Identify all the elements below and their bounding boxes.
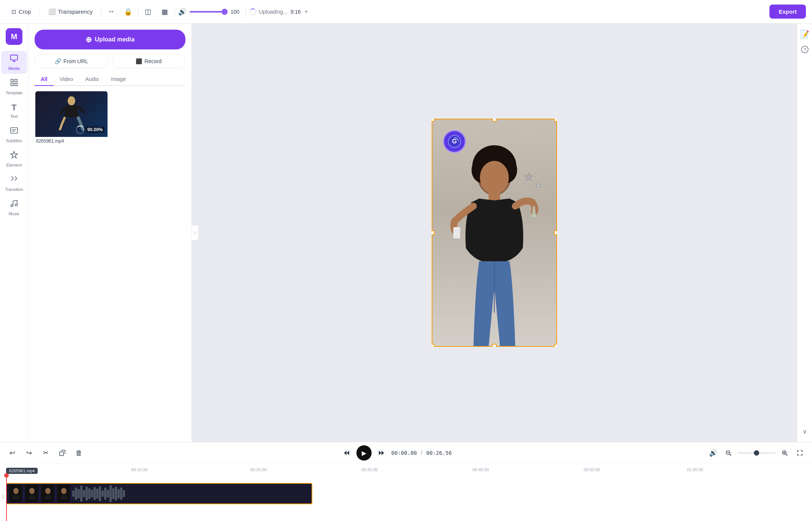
star-svg-1 (523, 172, 534, 183)
sidebar-item-subtitles-label: Subtitles (6, 138, 22, 143)
media-grid: 90.00% 6265961.mp4 (35, 91, 185, 146)
skip-fwd-button[interactable] (375, 447, 388, 459)
element-icon (10, 151, 18, 161)
fullscreen-icon (797, 450, 803, 456)
video-track-clip[interactable] (6, 483, 312, 504)
crop-button[interactable]: ⊡ Crop (6, 5, 36, 18)
expand-button[interactable]: ∨ (799, 425, 811, 437)
media-icon (10, 54, 18, 65)
volume-icon: 🔊 (178, 8, 187, 16)
help-icon: ? (801, 46, 809, 53)
svg-rect-2 (15, 79, 17, 82)
from-url-button[interactable]: 🔗 From URL (35, 54, 108, 68)
progress-spinner (76, 125, 84, 134)
upload-plus-icon: ⊕ (85, 35, 92, 44)
main-content: M Media Template T Text (0, 24, 812, 442)
waveform-bar (112, 488, 114, 499)
sidebar-item-transition[interactable]: Transition (1, 172, 27, 195)
svg-rect-1 (11, 79, 13, 82)
play-button[interactable]: ▶ (356, 445, 372, 461)
volume-slider[interactable] (190, 11, 228, 13)
ruler-mark-6: 01:00.00 (687, 467, 703, 472)
sidebar-item-text[interactable]: T Text (1, 100, 27, 122)
redo-button[interactable]: ↪ (23, 447, 35, 459)
sidebar-item-element-label: Element (6, 163, 22, 167)
notes-button[interactable]: 📝 (799, 28, 811, 40)
secondary-buttons: 🔗 From URL ⬛ Record (35, 54, 185, 68)
upload-spinner (249, 8, 256, 15)
sidebar-item-template[interactable]: Template (1, 75, 27, 98)
tab-video[interactable]: Video (54, 73, 79, 86)
export-button[interactable]: Export (769, 5, 806, 19)
ruler-mark-3: 00:30.00 (361, 467, 378, 472)
sidebar-item-media[interactable]: Media (1, 51, 27, 74)
cut-button[interactable]: ✂ (40, 447, 52, 459)
time-dropdown-arrow[interactable]: ▼ (304, 9, 309, 14)
sidebar-item-element[interactable]: Element (1, 148, 27, 170)
coin-svg: G (448, 135, 461, 148)
track-chip-inner (7, 484, 127, 504)
total-time: 00:26.56 (426, 450, 452, 456)
canvas-area: ‹ (192, 24, 797, 442)
volume-toggle-button[interactable]: 🔊 (707, 447, 719, 459)
flip-vertical-button[interactable]: 🔒 (121, 5, 135, 19)
collapse-panel-button[interactable]: ‹ (192, 225, 199, 240)
from-url-label: From URL (63, 58, 88, 64)
help-button[interactable]: ? (799, 43, 811, 56)
svg-rect-0 (11, 55, 17, 60)
svg-line-28 (730, 454, 731, 456)
svg-rect-5 (11, 128, 17, 133)
current-time: 00:00.00 (391, 450, 417, 456)
transparency-label: Transparency (58, 8, 93, 15)
svg-point-10 (68, 96, 75, 105)
delete-button[interactable]: 🗑 (73, 447, 85, 459)
transparency-icon: ⬜ (48, 8, 56, 15)
tab-image[interactable]: Image (105, 73, 132, 86)
split-button[interactable]: ◫ (141, 5, 155, 19)
zoom-in-icon (782, 450, 788, 456)
sidebar-item-subtitles[interactable]: Subtitles (1, 123, 27, 146)
upload-media-button[interactable]: ⊕ Upload media (35, 30, 185, 49)
tab-all[interactable]: All (35, 73, 54, 86)
crop-label: Crop (19, 8, 31, 15)
sidebar-item-music[interactable]: Music (1, 196, 27, 219)
record-button[interactable]: ⬛ Record (112, 54, 186, 68)
sidebar: M Media Template T Text (0, 24, 28, 442)
media-filename: 6265961.mp4 (35, 137, 108, 145)
undo-button[interactable]: ↩ (6, 447, 18, 459)
track-content: 6265961.mp4 (6, 475, 812, 521)
timeline-track-area: 1 6265961.mp4 (0, 475, 812, 521)
toolbar-divider-5 (246, 6, 246, 17)
skip-back-button[interactable] (340, 447, 353, 459)
star-decoration-1 (523, 172, 534, 185)
progress-value: 90.00% (86, 127, 104, 133)
copy-button[interactable] (56, 447, 68, 459)
svg-point-38 (45, 488, 51, 494)
svg-rect-4 (11, 83, 13, 86)
waveform-bar (120, 488, 122, 499)
playhead[interactable] (6, 475, 7, 521)
svg-rect-23 (60, 452, 63, 456)
frame-thumb-3 (40, 484, 55, 503)
link-icon: 🔗 (55, 58, 61, 64)
flip-horizontal-button[interactable]: ↔ (104, 5, 118, 19)
ruler-mark-1: 00:10.00 (131, 467, 147, 472)
media-item[interactable]: 90.00% 6265961.mp4 (35, 91, 108, 146)
layout-button[interactable]: ▦ (158, 5, 172, 19)
fullscreen-button[interactable] (794, 447, 806, 459)
media-panel: ⊕ Upload media 🔗 From URL ⬛ Record All V… (28, 24, 192, 442)
tab-audio[interactable]: Audio (79, 73, 105, 86)
time-separator: / (421, 450, 422, 456)
zoom-slider[interactable] (738, 452, 776, 454)
transparency-button[interactable]: ⬜ Transparency (43, 5, 98, 18)
zoom-in-button[interactable] (779, 447, 791, 459)
ruler-mark-4: 00:40.00 (473, 467, 489, 472)
svg-text:?: ? (803, 47, 806, 52)
top-toolbar: ⊡ Crop ⬜ Transparency ↔ 🔒 ◫ ▦ 🔊 100 Uplo… (0, 0, 812, 24)
clip-label: 6265961.mp4 (6, 468, 38, 474)
sidebar-item-transition-label: Transition (5, 187, 23, 192)
zoom-out-button[interactable] (722, 447, 734, 459)
video-canvas[interactable]: G (432, 119, 557, 347)
transition-icon (10, 175, 18, 186)
waveform-bar (91, 490, 93, 498)
